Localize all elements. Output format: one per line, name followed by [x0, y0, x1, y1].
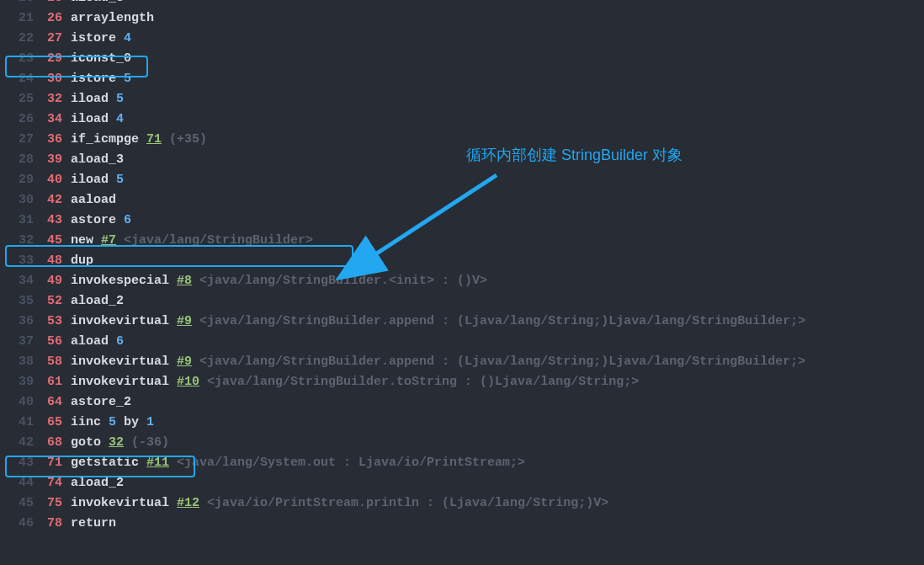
branch-delta: (-36): [131, 433, 169, 453]
code-line[interactable]: 4268 goto 32 (-36): [0, 433, 924, 453]
bytecode-offset: 53: [39, 312, 62, 332]
bytecode-offset: 56: [39, 332, 62, 352]
constant-ref[interactable]: #8: [177, 271, 192, 291]
opcode: istore: [71, 69, 124, 89]
token: by: [116, 413, 146, 433]
opcode: return: [71, 514, 116, 534]
opcode: iload: [71, 170, 116, 190]
type-comment: <java/lang/System.out : Ljava/io/PrintSt…: [177, 453, 525, 473]
opcode: [199, 493, 207, 514]
bytecode-offset: 32: [39, 89, 62, 109]
bytecode-offset: 43: [39, 211, 62, 231]
code-line[interactable]: 2634 iload 4: [0, 109, 924, 130]
bytecode-offset: 26: [39, 8, 62, 29]
line-number: 39: [3, 372, 34, 392]
line-number: 23: [3, 49, 34, 69]
code-line[interactable]: 2736 if_icmpge 71 (+35): [0, 130, 924, 150]
line-number: 46: [3, 514, 34, 534]
bytecode-offset: 65: [39, 413, 62, 433]
bytecode-offset: 30: [39, 69, 62, 89]
opcode: aaload: [71, 190, 116, 211]
code-line[interactable]: 3042 aaload: [0, 190, 924, 211]
line-number: 27: [3, 130, 34, 150]
code-line[interactable]: 4371 getstatic #11 <java/lang/System.out…: [0, 453, 924, 473]
code-line[interactable]: 3143 astore 6: [0, 211, 924, 231]
line-number: 28: [3, 150, 34, 170]
line-number: 31: [3, 211, 34, 231]
branch-delta: (+35): [169, 130, 207, 150]
code-line[interactable]: 3552 aload_2: [0, 291, 924, 312]
constant-ref[interactable]: #7: [101, 231, 116, 251]
constant-ref[interactable]: #9: [177, 312, 192, 332]
type-comment: <java/lang/StringBuilder.<init> : ()V>: [199, 271, 487, 291]
opcode: arraylength: [71, 8, 154, 29]
opcode: iinc: [71, 413, 109, 433]
code-line[interactable]: 4474 aload_2: [0, 473, 924, 493]
code-line[interactable]: 2126 arraylength: [0, 8, 924, 29]
opcode: [192, 352, 199, 372]
opcode: aload_3: [71, 0, 124, 8]
opcode: [192, 271, 199, 291]
code-line[interactable]: 2940 iload 5: [0, 170, 924, 190]
constant-ref[interactable]: 32: [109, 433, 124, 453]
bytecode-offset: 45: [39, 231, 62, 251]
code-line[interactable]: 3858 invokevirtual #9 <java/lang/StringB…: [0, 352, 924, 372]
opcode: aload: [71, 332, 116, 352]
line-number: 43: [3, 453, 34, 473]
type-comment: <java/io/PrintStream.println : (Ljava/la…: [207, 493, 608, 514]
code-line[interactable]: 2430 istore 5: [0, 69, 924, 89]
line-number: 26: [3, 109, 34, 130]
code-line[interactable]: 3348 dup: [0, 251, 924, 271]
code-line[interactable]: 4678 return: [0, 514, 924, 534]
opcode: [169, 453, 177, 473]
opcode: dup: [71, 251, 93, 271]
constant-ref[interactable]: 71: [146, 130, 162, 150]
constant-ref[interactable]: #9: [177, 352, 192, 372]
line-number: 21: [3, 8, 34, 29]
code-line[interactable]: 2227 istore 4: [0, 29, 924, 49]
opcode: getstatic: [71, 453, 146, 473]
line-number: 32: [3, 231, 34, 251]
opcode: goto: [71, 433, 109, 453]
operand-number: 4: [116, 109, 124, 130]
code-line[interactable]: 2025 aload_3: [0, 0, 924, 8]
code-line[interactable]: 3653 invokevirtual #9 <java/lang/StringB…: [0, 312, 924, 332]
constant-ref[interactable]: #11: [146, 453, 169, 473]
code-line[interactable]: 4064 astore_2: [0, 392, 924, 413]
code-line[interactable]: 4575 invokevirtual #12 <java/io/PrintStr…: [0, 493, 924, 514]
bytecode-offset: 52: [39, 291, 62, 312]
bytecode-offset: 49: [39, 271, 62, 291]
type-comment: <java/lang/StringBuilder.append : (Ljava…: [199, 312, 805, 332]
code-line[interactable]: 2839 aload_3: [0, 150, 924, 170]
constant-ref[interactable]: #12: [177, 493, 199, 514]
line-number: 35: [3, 291, 34, 312]
code-line[interactable]: 3756 aload 6: [0, 332, 924, 352]
code-line[interactable]: 3245 new #7 <java/lang/StringBuilder>: [0, 231, 924, 251]
opcode: aload_3: [71, 150, 124, 170]
code-line[interactable]: 2532 iload 5: [0, 89, 924, 109]
line-number: 36: [3, 312, 34, 332]
opcode: [124, 433, 131, 453]
line-number: 33: [3, 251, 34, 271]
bytecode-offset: 61: [39, 372, 62, 392]
code-line[interactable]: 3961 invokevirtual #10 <java/lang/String…: [0, 372, 924, 392]
opcode: invokevirtual: [71, 372, 177, 392]
line-number: 20: [3, 0, 34, 8]
bytecode-offset: 75: [39, 493, 62, 514]
opcode: [116, 231, 124, 251]
type-comment: <java/lang/StringBuilder.toString : ()Lj…: [207, 372, 639, 392]
type-comment: <java/lang/StringBuilder>: [124, 231, 313, 251]
code-line[interactable]: 3449 invokespecial #8 <java/lang/StringB…: [0, 271, 924, 291]
opcode: invokevirtual: [71, 493, 177, 514]
opcode: aload_2: [71, 473, 124, 493]
constant-ref[interactable]: #10: [177, 372, 199, 392]
opcode: [192, 312, 199, 332]
line-number: 42: [3, 433, 34, 453]
bytecode-offset: 42: [39, 190, 62, 211]
code-line[interactable]: 4165 iinc 5 by 1: [0, 413, 924, 433]
opcode: invokevirtual: [71, 352, 177, 372]
opcode: iconst_0: [71, 49, 131, 69]
bytecode-offset: 68: [39, 433, 62, 453]
code-line[interactable]: 2329 iconst_0: [0, 49, 924, 69]
bytecode-offset: 58: [39, 352, 62, 372]
